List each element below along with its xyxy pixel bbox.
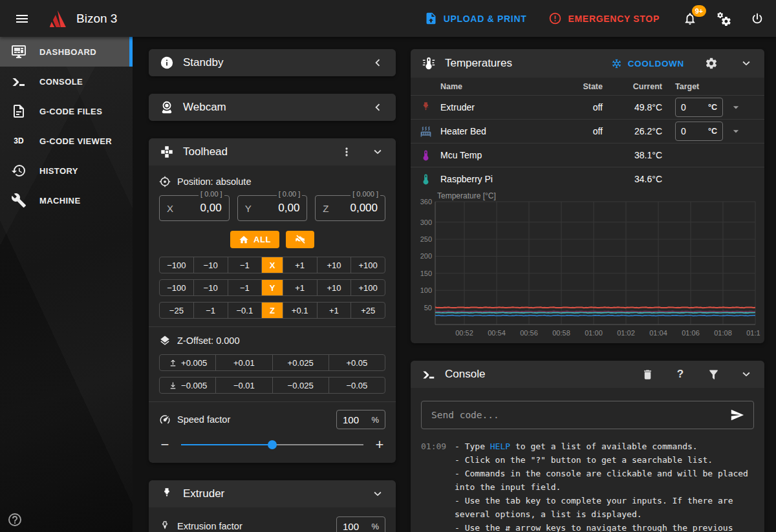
axis-home-button-z[interactable]: Z — [262, 303, 283, 318]
gear-icon[interactable] — [704, 56, 719, 71]
z-offset-button[interactable]: −0.01 — [216, 378, 272, 393]
move-button[interactable]: +100 — [351, 257, 385, 273]
emergency-stop-button[interactable]: EMERGENCY STOP — [548, 12, 660, 25]
dots-vertical-icon[interactable] — [339, 144, 354, 160]
move-button[interactable]: −10 — [194, 280, 228, 295]
svg-text:150: 150 — [420, 270, 432, 277]
col-state: State — [561, 82, 603, 91]
sensor-current-temp: 49.8°C — [603, 102, 662, 112]
speed-factor-slider[interactable] — [181, 436, 363, 454]
settings-cogs-icon[interactable] — [715, 10, 732, 27]
move-button[interactable]: +0.1 — [283, 303, 318, 318]
menu-down-icon[interactable] — [729, 101, 742, 114]
temperature-row-raspberry-pi: Raspberry Pi34.6°C — [411, 167, 764, 191]
power-icon[interactable] — [749, 10, 766, 27]
radiator-icon — [411, 125, 440, 138]
move-button[interactable]: −0.1 — [228, 303, 263, 318]
speed-factor-value: 100 — [343, 414, 359, 425]
console-input[interactable] — [430, 409, 723, 421]
sidebar-item-console[interactable]: CONSOLE — [0, 67, 133, 96]
move-button[interactable]: −1 — [228, 257, 263, 273]
webcam-icon — [159, 100, 175, 115]
sidebar-nav: DASHBOARDCONSOLEG-CODE FILES3DG-CODE VIE… — [0, 37, 133, 215]
axis-z-input[interactable]: Z 0,000 [ 0.000 ] — [315, 195, 385, 221]
move-button[interactable]: +10 — [318, 257, 352, 273]
console-log-lines: - Type HELP to get a list of available c… — [455, 440, 754, 532]
move-button[interactable]: −100 — [160, 257, 194, 273]
menu-down-icon[interactable] — [729, 125, 742, 138]
chevron-down-icon[interactable] — [738, 367, 754, 382]
move-button[interactable]: +10 — [318, 280, 352, 295]
move-button[interactable]: −1 — [228, 280, 263, 295]
console-panel-title: Console — [445, 368, 485, 381]
sidebar-item-machine[interactable]: MACHINE — [0, 186, 133, 215]
chevron-down-icon[interactable] — [738, 56, 754, 71]
menu-icon[interactable] — [9, 6, 35, 32]
send-icon[interactable] — [729, 407, 745, 423]
z-offset-button[interactable]: −0.025 — [273, 378, 329, 393]
position-mode-label: Position: absolute — [177, 176, 251, 187]
move-button[interactable]: −1 — [194, 303, 228, 318]
trash-icon[interactable] — [640, 367, 655, 382]
sensor-target: 0°C — [662, 122, 754, 141]
z-offset-button[interactable]: +0.005 — [160, 355, 216, 370]
move-button[interactable]: +100 — [351, 280, 385, 295]
temperatures-table: Name State Current Target Extruderoff49.… — [411, 78, 764, 191]
extruder-panel: Extruder Extrusion factor — [149, 480, 396, 532]
axis-y-input[interactable]: Y 0,00 [ 0.00 ] — [237, 195, 308, 221]
sensor-state: off — [561, 102, 603, 112]
main-content: Standby Webcam — [133, 37, 776, 532]
move-button[interactable]: +1 — [283, 257, 318, 273]
sidebar-item-g-code-files[interactable]: G-CODE FILES — [0, 96, 133, 126]
z-offset-container: +0.005+0.01+0.025+0.05−0.005−0.01−0.025−… — [159, 354, 385, 394]
temperature-row-mcu-temp: Mcu Temp38.1°C — [411, 143, 764, 167]
home-all-button[interactable]: ALL — [230, 231, 279, 248]
upload-print-button[interactable]: UPLOAD & PRINT — [424, 12, 527, 25]
sidebar-item-g-code-viewer[interactable]: 3DG-CODE VIEWER — [0, 126, 133, 156]
layers-icon — [159, 335, 171, 346]
target-temp-input[interactable]: 0°C — [675, 98, 723, 117]
extrusion-factor-input[interactable]: 100 % — [336, 516, 385, 532]
console-panel: Console ? — [411, 361, 764, 532]
sidebar-item-history[interactable]: HISTORY — [0, 156, 133, 186]
sensor-name: Heater Bed — [440, 126, 561, 136]
move-row-y: −100−10−1Y+1+10+100 — [159, 279, 385, 296]
move-button[interactable]: +1 — [318, 303, 352, 318]
chevron-left-icon[interactable] — [370, 100, 385, 115]
axis-x-input[interactable]: X 0,00 [ 0.00 ] — [159, 195, 230, 221]
chevron-down-icon[interactable] — [370, 486, 385, 502]
axis-home-button-x[interactable]: X — [262, 257, 283, 273]
move-button[interactable]: +1 — [283, 280, 318, 295]
speed-factor-input[interactable]: 100 % — [336, 410, 385, 429]
sensor-current-temp: 34.6°C — [603, 174, 662, 184]
move-button[interactable]: −10 — [194, 257, 228, 273]
filter-icon[interactable] — [706, 367, 721, 382]
help-icon[interactable]: ? — [673, 367, 688, 382]
speed-increase-button[interactable]: + — [374, 438, 385, 452]
z-offset-button[interactable]: +0.05 — [329, 355, 385, 370]
motors-off-button[interactable] — [286, 231, 314, 248]
console-command-link[interactable]: HELP — [490, 442, 510, 451]
chevron-left-icon[interactable] — [370, 55, 385, 70]
sidebar-item-label: MACHINE — [39, 196, 80, 206]
target-temp-input[interactable]: 0°C — [675, 122, 723, 141]
z-offset-button[interactable]: +0.01 — [216, 355, 272, 370]
z-offset-button[interactable]: −0.05 — [329, 378, 385, 393]
move-button[interactable]: −100 — [160, 280, 194, 295]
chevron-down-icon[interactable] — [370, 144, 385, 160]
notifications-bell-icon[interactable]: 9+ — [682, 10, 698, 27]
cooldown-button[interactable]: COOLDOWN — [611, 58, 684, 69]
slider-handle[interactable] — [268, 440, 277, 449]
z-offset-button[interactable]: −0.005 — [160, 378, 216, 393]
move-button[interactable]: −25 — [160, 303, 194, 318]
help-circle-icon[interactable] — [6, 511, 23, 528]
extrusion-factor-label: Extrusion factor — [177, 521, 242, 531]
speed-decrease-button[interactable]: − — [159, 438, 171, 452]
axis-home-button-y[interactable]: Y — [262, 280, 283, 295]
axis-hint: [ 0.000 ] — [350, 190, 380, 198]
axis-value: 0,00 — [278, 202, 299, 215]
app-title: Bizon 3 — [76, 12, 117, 26]
move-button[interactable]: +25 — [351, 303, 385, 318]
z-offset-button[interactable]: +0.025 — [273, 355, 329, 370]
sidebar-item-dashboard[interactable]: DASHBOARD — [0, 37, 133, 67]
